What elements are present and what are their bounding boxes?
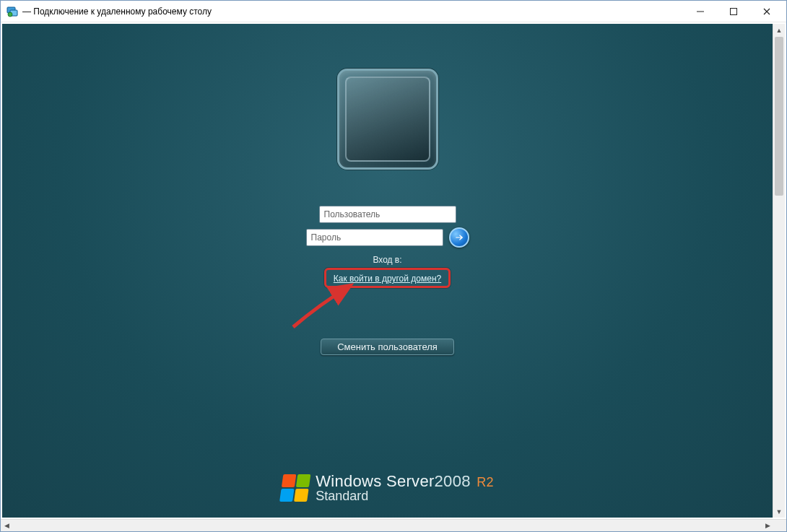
login-panel: Вход в: Как войти в другой домен? Сменит… [306, 69, 469, 355]
window-controls [684, 1, 783, 22]
os-branding: Windows Server2008 R2 Standard [281, 473, 494, 503]
remote-desktop-view: Вход в: Как войти в другой домен? Сменит… [2, 24, 773, 518]
scroll-right-icon[interactable]: ▶ [762, 520, 774, 531]
brand-year: 2008 [435, 472, 471, 490]
windows-logo-icon [279, 474, 310, 502]
brand-edition: Standard [316, 489, 494, 503]
user-avatar [337, 69, 438, 170]
switch-user-button[interactable]: Сменить пользователя [321, 339, 454, 355]
password-input[interactable] [306, 229, 443, 246]
brand-suffix: R2 [477, 475, 494, 489]
svg-point-2 [8, 12, 12, 17]
scroll-thumb-v[interactable] [775, 37, 783, 196]
titlebar[interactable]: — Подключение к удаленному рабочему стол… [1, 1, 786, 22]
rdp-icon [6, 6, 18, 17]
horizontal-scrollbar[interactable]: ◀ ▶ [1, 519, 786, 531]
svg-rect-3 [697, 11, 704, 12]
maximize-button[interactable] [717, 1, 750, 22]
username-input[interactable] [319, 206, 456, 223]
close-button[interactable] [750, 1, 783, 22]
other-domain-link[interactable]: Как войти в другой домен? [334, 274, 441, 284]
scroll-left-icon[interactable]: ◀ [1, 520, 13, 531]
scroll-down-icon[interactable]: ▼ [773, 505, 785, 518]
window-title: — Подключение к удаленному рабочему стол… [22, 6, 684, 17]
minimize-button[interactable] [684, 1, 717, 22]
scrollbar-corner [774, 520, 786, 531]
submit-button[interactable] [449, 227, 469, 248]
login-to-label: Вход в: [373, 255, 401, 265]
svg-rect-4 [731, 8, 737, 14]
highlight-box: Как войти в другой домен? [324, 268, 451, 288]
rdp-window: — Подключение к удаленному рабочему стол… [0, 0, 787, 532]
scroll-up-icon[interactable]: ▲ [773, 24, 785, 36]
vertical-scrollbar[interactable]: ▲ ▼ [773, 24, 785, 518]
brand-product: Windows Server [316, 472, 434, 490]
content-area: Вход в: Как войти в другой домен? Сменит… [1, 22, 786, 519]
